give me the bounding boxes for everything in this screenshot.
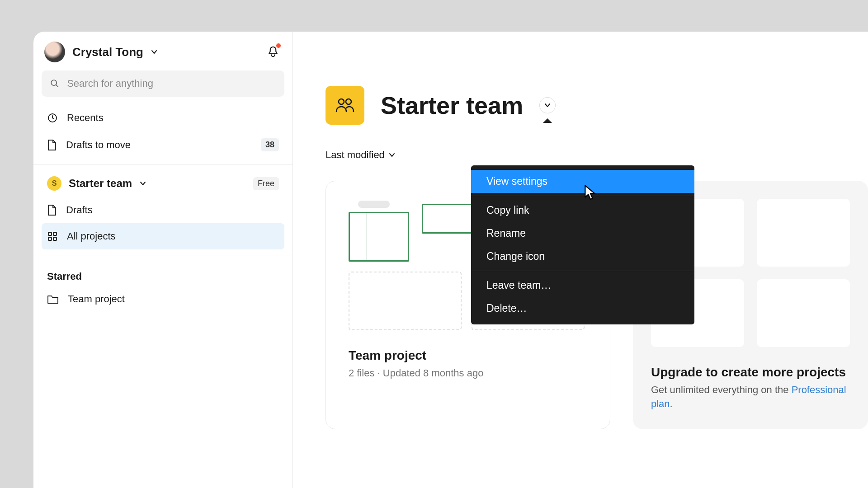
avatar [44, 42, 65, 62]
sidebar-item-recents[interactable]: Recents [42, 105, 284, 131]
team-context-menu: View settings Copy link Rename Change ic… [471, 165, 694, 324]
sort-dropdown[interactable]: Last modified [326, 149, 868, 161]
sidebar-item-label: Drafts [66, 204, 93, 216]
search-input-wrap[interactable] [42, 70, 284, 97]
chevron-down-icon [544, 102, 551, 109]
people-icon [335, 97, 355, 113]
sidebar-team-header[interactable]: S Starter team Free [42, 170, 284, 197]
divider [33, 164, 292, 164]
upgrade-subtitle: Get unlimited everything on the Professi… [651, 383, 850, 411]
notifications-button[interactable] [264, 43, 282, 61]
project-name: Team project [349, 348, 587, 363]
app-window: Crystal Tong Recents Drafts to move 38 S… [33, 32, 868, 488]
file-thumbnail [422, 204, 476, 234]
svg-rect-5 [53, 237, 57, 240]
chevron-down-icon [388, 151, 396, 159]
user-name: Crystal Tong [72, 45, 143, 59]
project-meta: 2 files · Updated 8 months ago [349, 367, 587, 379]
sidebar-item-label: Drafts to move [66, 139, 131, 151]
upgrade-title: Upgrade to create more projects [651, 365, 850, 380]
sidebar-item-label: Recents [67, 112, 104, 124]
sidebar-item-label: Team project [68, 293, 125, 305]
team-settings-dropdown[interactable] [539, 97, 556, 113]
page-title-row: Starter team [326, 86, 868, 125]
upgrade-sub-prefix: Get unlimited everything on the [651, 384, 792, 395]
plan-badge: Free [253, 177, 279, 190]
file-icon [47, 139, 57, 151]
sidebar: Crystal Tong Recents Drafts to move 38 S… [33, 32, 293, 488]
sort-label: Last modified [326, 149, 385, 161]
team-name: Starter team [69, 177, 132, 190]
clock-icon [47, 113, 58, 123]
team-initial-icon: S [47, 176, 61, 191]
search-icon [50, 78, 60, 89]
menu-item-view-settings[interactable]: View settings [471, 170, 694, 193]
file-icon [47, 204, 57, 216]
divider [33, 255, 292, 255]
user-menu[interactable]: Crystal Tong [44, 42, 158, 62]
svg-rect-4 [48, 237, 52, 240]
sidebar-item-drafts[interactable]: Drafts [42, 197, 284, 223]
menu-separator [471, 196, 694, 196]
menu-item-change-icon[interactable]: Change icon [471, 245, 694, 268]
placeholder-tile [757, 279, 850, 347]
svg-point-7 [346, 99, 351, 104]
search-input[interactable] [67, 78, 276, 89]
svg-rect-2 [48, 232, 52, 235]
file-thumbnail [349, 212, 409, 262]
menu-item-rename[interactable]: Rename [471, 222, 694, 245]
upgrade-sub-suffix: . [670, 398, 673, 409]
svg-point-6 [339, 99, 344, 104]
menu-separator [471, 271, 694, 271]
drafts-badge: 38 [261, 138, 279, 151]
sidebar-item-team-project[interactable]: Team project [42, 286, 284, 312]
empty-slot [349, 272, 462, 330]
folder-icon [47, 294, 59, 304]
grid-icon [47, 231, 58, 242]
menu-item-delete[interactable]: Delete… [471, 297, 694, 320]
page-title: Starter team [381, 91, 523, 119]
team-icon [326, 86, 364, 125]
starred-section-label: Starred [42, 261, 284, 286]
chevron-down-icon [151, 48, 158, 56]
placeholder-tile [757, 199, 850, 267]
menu-item-copy-link[interactable]: Copy link [471, 199, 694, 222]
sidebar-item-drafts-to-move[interactable]: Drafts to move 38 [42, 131, 284, 159]
sidebar-item-all-projects[interactable]: All projects [42, 223, 284, 249]
sidebar-item-label: All projects [67, 230, 116, 242]
svg-rect-3 [53, 232, 57, 235]
sidebar-header: Crystal Tong [42, 42, 284, 70]
chevron-down-icon [139, 180, 146, 187]
menu-item-leave-team[interactable]: Leave team… [471, 274, 694, 297]
notification-dot [276, 43, 281, 48]
